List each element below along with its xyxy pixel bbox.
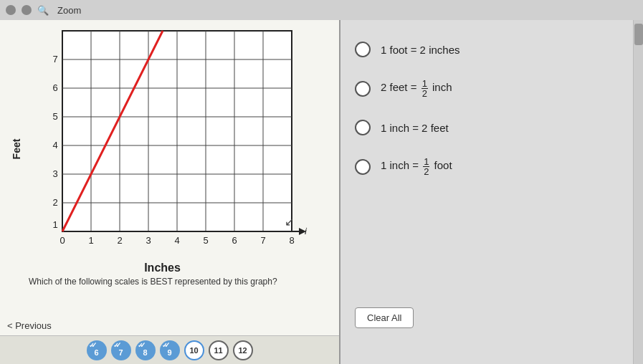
nav-item-11[interactable]: 11 [209, 340, 229, 360]
svg-text:5: 5 [203, 235, 208, 246]
radio-3[interactable] [355, 120, 371, 135]
option-3[interactable]: 1 inch = 2 feet [355, 120, 629, 135]
radio-1[interactable] [355, 42, 371, 57]
svg-text:↙: ↙ [285, 216, 294, 228]
scroll-bar[interactable] [633, 20, 643, 364]
options-list: 1 foot = 2 inches 2 feet = 12 inch 1 inc… [355, 42, 629, 176]
graph-area: Feet [19, 27, 320, 271]
nav-item-12[interactable]: 12 [233, 340, 253, 360]
svg-text:4: 4 [52, 140, 57, 150]
svg-text:4: 4 [174, 235, 179, 246]
option-2-label: 2 feet = 12 inch [381, 79, 452, 98]
bottom-nav: ✓ 6 ✓ 7 ✓ 8 ✓ 9 10 11 12 [0, 335, 339, 364]
fraction-4: 12 [423, 157, 429, 176]
svg-text:8: 8 [289, 235, 294, 246]
option-1-label: 1 foot = 2 inches [381, 44, 460, 56]
fraction-2: 12 [421, 79, 428, 98]
question-text: Which of the following scales is BEST re… [7, 277, 332, 287]
nav-item-7[interactable]: ✓ 7 [111, 340, 131, 360]
svg-text:7: 7 [52, 54, 57, 64]
nav-item-9[interactable]: ✓ 9 [160, 340, 180, 360]
top-bar: 🔍 Zoom [0, 0, 643, 20]
radio-2[interactable] [355, 81, 371, 97]
nav-item-8[interactable]: ✓ 8 [135, 340, 156, 360]
option-3-label: 1 inch = 2 feet [381, 122, 449, 134]
x-label-text: Inches [144, 262, 181, 274]
option-2[interactable]: 2 feet = 12 inch [355, 79, 629, 98]
nav-item-10[interactable]: 10 [184, 340, 204, 360]
main-content: Feet [0, 20, 643, 364]
stop-icon [6, 5, 16, 15]
svg-text:2: 2 [117, 235, 122, 246]
radio-4[interactable] [355, 159, 371, 175]
nav-item-6[interactable]: ✓ 6 [87, 340, 107, 360]
graph-svg: 7 6 5 4 3 2 1 0 1 2 3 4 5 [41, 31, 306, 253]
right-panel: 1 foot = 2 inches 2 feet = 12 inch 1 inc… [340, 20, 643, 364]
svg-text:6: 6 [232, 235, 237, 246]
svg-text:1: 1 [88, 235, 93, 246]
graph-canvas: 7 6 5 4 3 2 1 0 1 2 3 4 5 [41, 31, 306, 253]
svg-text:3: 3 [52, 168, 57, 179]
option-4-label: 1 inch = 12 foot [381, 157, 452, 176]
svg-text:7: 7 [260, 235, 265, 246]
search-icon: 🔍 [37, 5, 49, 16]
option-1[interactable]: 1 foot = 2 inches [355, 42, 629, 57]
svg-text:2: 2 [52, 197, 57, 208]
svg-text:6: 6 [52, 82, 57, 93]
svg-text:0: 0 [59, 235, 65, 246]
scroll-thumb[interactable] [634, 24, 643, 45]
svg-text:i: i [305, 226, 308, 236]
zoom-label: Zoom [57, 5, 81, 16]
svg-text:3: 3 [146, 235, 151, 246]
svg-text:1: 1 [52, 219, 57, 230]
previous-button[interactable]: < Previous [7, 320, 52, 331]
y-axis-label: Feet [11, 139, 22, 160]
left-panel: Feet [0, 20, 340, 364]
clear-all-button[interactable]: Clear All [355, 307, 414, 328]
svg-text:5: 5 [52, 111, 57, 122]
circle-icon [22, 5, 32, 15]
x-axis-label: Inches [144, 262, 181, 274]
option-4[interactable]: 1 inch = 12 foot [355, 157, 629, 176]
